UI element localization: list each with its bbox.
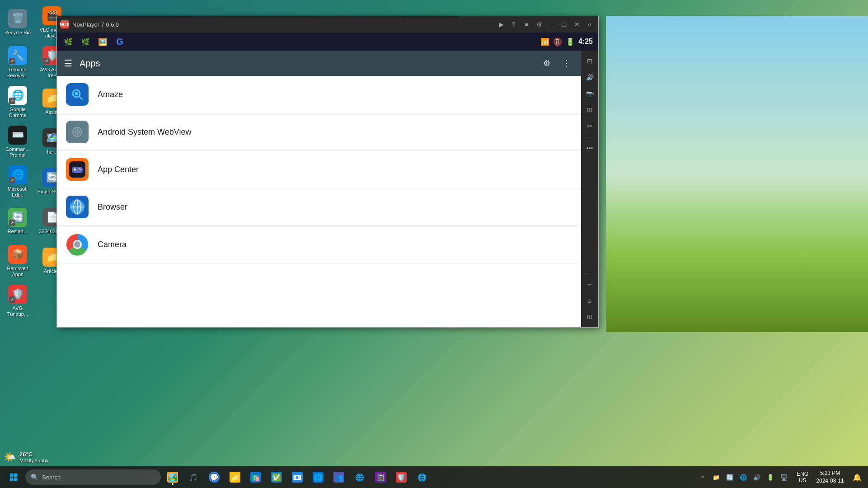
amaze-name: Amaze xyxy=(98,90,123,99)
panel-home-button[interactable]: ⌂ xyxy=(583,294,596,307)
app-center-icon xyxy=(66,158,89,181)
desktop-icon-avg-tune[interactable]: 🛡️ ↗ AVG Tuneup... xyxy=(2,283,33,319)
google-chrome-label: Google Chrome xyxy=(2,107,33,118)
weather-desc: Mostly sunny xyxy=(19,458,48,463)
taskbar: 🔍 Search 🏞️ 🎵 💬 📁 🛍️ ✅ 📧 🌐 👥 xyxy=(0,466,868,488)
avg-tune-icon: 🛡️ ↗ xyxy=(8,285,27,304)
clock-time: 5:23 PM xyxy=(820,469,840,477)
app-item-android-webview[interactable]: Android System WebView xyxy=(57,113,581,151)
panel-resize-button[interactable]: ⊡ xyxy=(583,54,596,68)
panel-cut-button[interactable]: ✂ xyxy=(583,119,596,133)
nox-title: NoxPlayer 7.0.6.0 xyxy=(72,21,493,28)
sys-tray-battery[interactable]: 🔋 xyxy=(765,472,776,483)
svg-rect-25 xyxy=(10,478,14,481)
region-text: US xyxy=(799,477,807,483)
remote-recover-label: RemoteRecover... xyxy=(6,67,29,79)
start-button[interactable] xyxy=(4,469,23,486)
battery-icon: 🔋 xyxy=(566,38,575,46)
nox-status-right: 📶 📵 🔋 4:25 xyxy=(540,38,593,46)
taskbar-icon-explorer[interactable]: 🏞️ xyxy=(163,469,183,486)
taskbar-icon-antivirus[interactable]: 🛡️ xyxy=(391,469,411,486)
taskbar-icon-todo[interactable]: ✅ xyxy=(267,469,286,486)
taskbar-icon-audio[interactable]: 🎵 xyxy=(183,469,203,486)
svg-point-22 xyxy=(74,241,80,248)
panel-back-button[interactable]: ← xyxy=(583,277,596,291)
android-time: 4:25 xyxy=(578,38,593,46)
taskbar-clock[interactable]: 5:23 PM 2024-08-11 xyxy=(812,469,848,485)
active-indicator xyxy=(172,483,174,485)
nox-play-button[interactable]: ▶ xyxy=(496,19,506,29)
taskbar-search-bar[interactable]: 🔍 Search xyxy=(25,469,161,485)
restart-icon: 🔄 ↗ xyxy=(8,208,27,227)
signal-icon: 📵 xyxy=(553,38,562,46)
app-item-browser[interactable]: Browser xyxy=(57,188,581,226)
desktop-icon-restart[interactable]: 🔄 ↗ Restart... xyxy=(2,203,33,239)
nox-maximize-button[interactable]: □ xyxy=(559,19,569,29)
android-notification-1: 🌿 xyxy=(62,36,74,47)
notification-icon: 🔔 xyxy=(853,473,862,482)
panel-screenshot-button[interactable]: 📷 xyxy=(583,87,596,100)
desktop-icon-google-chrome[interactable]: 🌐 ↗ Google Chrome xyxy=(2,84,33,120)
sys-tray-folder[interactable]: 📁 xyxy=(711,472,722,483)
sys-tray-network[interactable]: 🌐 xyxy=(738,472,749,483)
nox-close-button[interactable]: ✕ xyxy=(572,19,582,29)
taskbar-icon-onenote[interactable]: 📓 xyxy=(371,469,390,486)
desktop-icons-area: 🗑️ Recycle Bin 🔧 ↗ RemoteRecover... 🌐 ↗ … xyxy=(0,0,59,334)
weather-widget: 🌤️ 26°C Mostly sunny xyxy=(4,451,48,463)
taskbar-icon-chrome[interactable]: 🌐 xyxy=(350,469,370,486)
app-item-amaze[interactable]: Amaze xyxy=(57,76,581,113)
nox-minimize-button[interactable]: — xyxy=(547,19,557,29)
app-item-camera[interactable]: Camera xyxy=(57,226,581,263)
language-text: ENG xyxy=(797,471,808,477)
windows-logo-icon xyxy=(9,473,18,482)
sys-tray-sync[interactable]: 🔄 xyxy=(724,472,735,483)
taskbar-notification-button[interactable]: 🔔 xyxy=(850,469,864,486)
sys-tray-display[interactable]: 🖥️ xyxy=(779,472,789,483)
remote-recover-icon: 🔧 ↗ xyxy=(8,46,27,65)
landscape-background xyxy=(606,16,868,332)
taskbar-icon-zoom[interactable]: 💬 xyxy=(204,469,224,486)
apps-menu-icon[interactable]: ☰ xyxy=(64,58,72,69)
desktop-icon-command-prompt[interactable]: ⌨️ Comman...Prompt xyxy=(2,124,33,160)
taskbar-icon-samsung-mail[interactable]: 📧 xyxy=(287,469,307,486)
browser-icon xyxy=(66,196,89,218)
desktop-icon-remote-recover[interactable]: 🔧 ↗ RemoteRecover... xyxy=(2,44,33,80)
panel-apps-button[interactable]: ⊞ xyxy=(583,310,596,324)
panel-bottom-buttons: ← ⌂ ⊞ xyxy=(583,272,596,324)
app-center-icon-svg xyxy=(69,161,85,178)
apps-header-icons: ⚙ ⋮ xyxy=(540,56,574,70)
desktop-icon-microsoft-edge[interactable]: 🌐 ↗ Microsoft Edge xyxy=(2,164,33,200)
panel-more-button[interactable]: ••• xyxy=(583,141,596,155)
taskbar-icon-files[interactable]: 📁 xyxy=(225,469,245,486)
nox-help-button[interactable]: ? xyxy=(509,19,519,29)
nox-settings-button[interactable]: ⚙ xyxy=(534,19,544,29)
svg-rect-26 xyxy=(14,478,18,481)
taskbar-sys-tray: ^ 📁 🔄 🌐 🔊 🔋 🖥️ xyxy=(694,472,793,483)
command-prompt-icon: ⌨️ xyxy=(8,126,27,145)
nox-right-panel: ⊡ 🔊 📷 ⊞ ✂ ••• ← ⌂ ⊞ xyxy=(581,51,598,327)
taskbar-icon-browser[interactable]: 🌐 xyxy=(412,469,432,486)
sys-tray-volume[interactable]: 🔊 xyxy=(751,472,762,483)
panel-screenshot2-button[interactable]: ⊞ xyxy=(583,103,596,117)
android-screen: ☰ Apps ⚙ ⋮ xyxy=(57,51,581,327)
google-chrome-icon: 🌐 ↗ xyxy=(8,86,27,105)
weather-temp: 26°C xyxy=(19,451,48,458)
taskbar-icon-edge[interactable]: 🌐 xyxy=(308,469,328,486)
taskbar-language[interactable]: ENG US xyxy=(795,471,810,483)
wifi-icon: 📶 xyxy=(540,38,549,46)
panel-volume-button[interactable]: 🔊 xyxy=(583,70,596,84)
taskbar-icon-store[interactable]: 🛍️ xyxy=(246,469,266,486)
android-google-icon: G xyxy=(114,36,126,47)
sys-tray-expand[interactable]: ^ xyxy=(697,472,708,483)
svg-rect-24 xyxy=(14,474,18,477)
apps-settings-icon[interactable]: ⚙ xyxy=(540,56,554,70)
nox-content: ☰ Apps ⚙ ⋮ xyxy=(57,51,598,327)
nox-collapse-button[interactable]: « xyxy=(585,19,595,29)
taskbar-search-icon: 🔍 xyxy=(31,474,38,481)
desktop-icon-recycle-bin[interactable]: 🗑️ Recycle Bin xyxy=(2,5,33,41)
taskbar-icon-teams[interactable]: 👥 xyxy=(329,469,349,486)
nox-menu-button[interactable]: ≡ xyxy=(521,19,531,29)
app-item-app-center[interactable]: App Center xyxy=(57,151,581,188)
desktop-icon-removed-apps[interactable]: 📦 Removed Apps xyxy=(2,243,33,279)
apps-more-icon[interactable]: ⋮ xyxy=(559,56,574,70)
